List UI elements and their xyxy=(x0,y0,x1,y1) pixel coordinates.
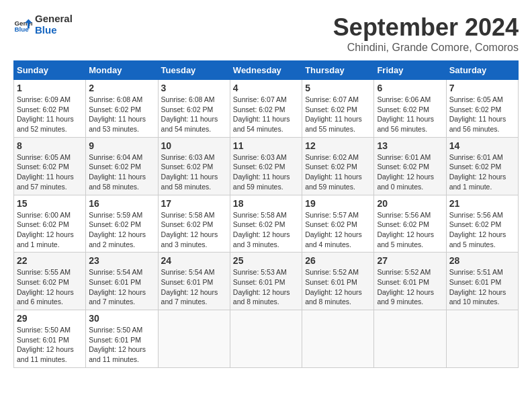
calendar-day-cell: 24Sunrise: 5:54 AM Sunset: 6:01 PM Dayli… xyxy=(158,253,230,310)
day-info: Sunrise: 6:03 AM Sunset: 6:02 PM Dayligh… xyxy=(161,152,227,192)
day-number: 24 xyxy=(161,255,227,266)
day-number: 19 xyxy=(305,198,371,209)
day-info: Sunrise: 5:52 AM Sunset: 6:01 PM Dayligh… xyxy=(305,267,371,307)
page-header: General Blue General Blue September 2024… xyxy=(13,13,519,54)
calendar-week-row: 1Sunrise: 6:09 AM Sunset: 6:02 PM Daylig… xyxy=(14,80,519,138)
logo-icon: General Blue xyxy=(13,15,32,34)
day-info: Sunrise: 5:53 AM Sunset: 6:01 PM Dayligh… xyxy=(233,267,299,307)
day-info: Sunrise: 6:08 AM Sunset: 6:02 PM Dayligh… xyxy=(161,95,227,134)
day-info: Sunrise: 6:05 AM Sunset: 6:02 PM Dayligh… xyxy=(449,95,515,134)
calendar-day-cell xyxy=(302,310,374,368)
day-number: 2 xyxy=(89,83,154,93)
calendar-day-cell xyxy=(158,310,230,368)
day-info: Sunrise: 6:03 AM Sunset: 6:02 PM Dayligh… xyxy=(233,152,299,192)
calendar-body: 1Sunrise: 6:09 AM Sunset: 6:02 PM Daylig… xyxy=(14,80,519,368)
day-number: 13 xyxy=(377,140,443,151)
month-title: September 2024 xyxy=(333,13,519,42)
calendar-day-cell: 30Sunrise: 5:50 AM Sunset: 6:01 PM Dayli… xyxy=(86,310,158,368)
weekday-header-cell: Sunday xyxy=(14,61,86,80)
day-info: Sunrise: 6:07 AM Sunset: 6:02 PM Dayligh… xyxy=(305,95,371,134)
day-number: 11 xyxy=(233,140,299,151)
day-number: 12 xyxy=(305,140,371,151)
calendar-day-cell: 10Sunrise: 6:03 AM Sunset: 6:02 PM Dayli… xyxy=(158,137,230,195)
calendar-day-cell: 7Sunrise: 6:05 AM Sunset: 6:02 PM Daylig… xyxy=(446,80,518,138)
day-number: 9 xyxy=(89,140,154,151)
day-info: Sunrise: 6:09 AM Sunset: 6:02 PM Dayligh… xyxy=(17,95,83,134)
day-info: Sunrise: 5:55 AM Sunset: 6:02 PM Dayligh… xyxy=(17,267,83,307)
day-info: Sunrise: 5:54 AM Sunset: 6:01 PM Dayligh… xyxy=(89,267,154,307)
calendar-day-cell: 19Sunrise: 5:57 AM Sunset: 6:02 PM Dayli… xyxy=(302,195,374,253)
weekday-header-cell: Thursday xyxy=(302,61,374,80)
day-info: Sunrise: 5:50 AM Sunset: 6:01 PM Dayligh… xyxy=(17,325,83,365)
day-number: 28 xyxy=(449,255,515,266)
day-number: 17 xyxy=(161,198,227,209)
day-info: Sunrise: 5:56 AM Sunset: 6:02 PM Dayligh… xyxy=(449,210,515,250)
svg-text:Blue: Blue xyxy=(14,25,29,32)
weekday-header-row: SundayMondayTuesdayWednesdayThursdayFrid… xyxy=(14,61,519,80)
day-info: Sunrise: 5:57 AM Sunset: 6:02 PM Dayligh… xyxy=(305,210,371,250)
calendar-day-cell: 25Sunrise: 5:53 AM Sunset: 6:01 PM Dayli… xyxy=(230,253,302,310)
day-info: Sunrise: 6:01 AM Sunset: 6:02 PM Dayligh… xyxy=(377,152,443,192)
calendar-day-cell: 29Sunrise: 5:50 AM Sunset: 6:01 PM Dayli… xyxy=(14,310,86,368)
day-number: 16 xyxy=(89,198,154,209)
day-info: Sunrise: 5:50 AM Sunset: 6:01 PM Dayligh… xyxy=(89,325,154,365)
calendar-day-cell: 15Sunrise: 6:00 AM Sunset: 6:02 PM Dayli… xyxy=(14,195,86,253)
logo: General Blue General Blue xyxy=(13,13,73,36)
calendar-day-cell: 4Sunrise: 6:07 AM Sunset: 6:02 PM Daylig… xyxy=(230,80,302,138)
calendar-day-cell: 3Sunrise: 6:08 AM Sunset: 6:02 PM Daylig… xyxy=(158,80,230,138)
day-info: Sunrise: 5:54 AM Sunset: 6:01 PM Dayligh… xyxy=(161,267,227,307)
calendar-day-cell: 14Sunrise: 6:01 AM Sunset: 6:02 PM Dayli… xyxy=(446,137,518,195)
calendar-day-cell: 22Sunrise: 5:55 AM Sunset: 6:02 PM Dayli… xyxy=(14,253,86,310)
day-number: 26 xyxy=(305,255,371,266)
location-title: Chindini, Grande Comore, Comoros xyxy=(333,42,519,54)
day-number: 10 xyxy=(161,140,227,151)
logo-blue-text: Blue xyxy=(35,25,73,36)
calendar-day-cell: 2Sunrise: 6:08 AM Sunset: 6:02 PM Daylig… xyxy=(86,80,158,138)
weekday-header-cell: Monday xyxy=(86,61,158,80)
day-info: Sunrise: 5:58 AM Sunset: 6:02 PM Dayligh… xyxy=(161,210,227,250)
calendar-day-cell: 11Sunrise: 6:03 AM Sunset: 6:02 PM Dayli… xyxy=(230,137,302,195)
calendar-day-cell: 5Sunrise: 6:07 AM Sunset: 6:02 PM Daylig… xyxy=(302,80,374,138)
weekday-header-cell: Wednesday xyxy=(230,61,302,80)
day-number: 3 xyxy=(161,83,227,93)
weekday-header-cell: Friday xyxy=(374,61,446,80)
day-info: Sunrise: 5:52 AM Sunset: 6:01 PM Dayligh… xyxy=(377,267,443,307)
calendar-day-cell: 8Sunrise: 6:05 AM Sunset: 6:02 PM Daylig… xyxy=(14,137,86,195)
day-info: Sunrise: 6:00 AM Sunset: 6:02 PM Dayligh… xyxy=(17,210,83,250)
calendar-week-row: 8Sunrise: 6:05 AM Sunset: 6:02 PM Daylig… xyxy=(14,137,519,195)
calendar-day-cell: 17Sunrise: 5:58 AM Sunset: 6:02 PM Dayli… xyxy=(158,195,230,253)
calendar-day-cell xyxy=(230,310,302,368)
day-number: 21 xyxy=(449,198,515,209)
day-number: 18 xyxy=(233,198,299,209)
day-number: 8 xyxy=(17,140,83,151)
weekday-header-cell: Saturday xyxy=(446,61,518,80)
day-number: 7 xyxy=(449,83,515,93)
weekday-header-cell: Tuesday xyxy=(158,61,230,80)
calendar-day-cell: 28Sunrise: 5:51 AM Sunset: 6:01 PM Dayli… xyxy=(446,253,518,310)
day-info: Sunrise: 6:08 AM Sunset: 6:02 PM Dayligh… xyxy=(89,95,154,134)
calendar-day-cell: 18Sunrise: 5:58 AM Sunset: 6:02 PM Dayli… xyxy=(230,195,302,253)
day-info: Sunrise: 6:07 AM Sunset: 6:02 PM Dayligh… xyxy=(233,95,299,134)
day-number: 30 xyxy=(89,313,154,324)
day-number: 4 xyxy=(233,83,299,93)
day-number: 5 xyxy=(305,83,371,93)
calendar-week-row: 29Sunrise: 5:50 AM Sunset: 6:01 PM Dayli… xyxy=(14,310,519,368)
calendar-day-cell: 20Sunrise: 5:56 AM Sunset: 6:02 PM Dayli… xyxy=(374,195,446,253)
calendar-day-cell: 23Sunrise: 5:54 AM Sunset: 6:01 PM Dayli… xyxy=(86,253,158,310)
calendar-day-cell: 16Sunrise: 5:59 AM Sunset: 6:02 PM Dayli… xyxy=(86,195,158,253)
day-number: 15 xyxy=(17,198,83,209)
day-number: 14 xyxy=(449,140,515,151)
day-info: Sunrise: 6:02 AM Sunset: 6:02 PM Dayligh… xyxy=(305,152,371,192)
day-info: Sunrise: 5:59 AM Sunset: 6:02 PM Dayligh… xyxy=(89,210,154,250)
day-number: 29 xyxy=(17,313,83,324)
calendar-day-cell: 13Sunrise: 6:01 AM Sunset: 6:02 PM Dayli… xyxy=(374,137,446,195)
day-info: Sunrise: 6:06 AM Sunset: 6:02 PM Dayligh… xyxy=(377,95,443,134)
day-info: Sunrise: 5:56 AM Sunset: 6:02 PM Dayligh… xyxy=(377,210,443,250)
calendar-day-cell: 26Sunrise: 5:52 AM Sunset: 6:01 PM Dayli… xyxy=(302,253,374,310)
day-info: Sunrise: 6:04 AM Sunset: 6:02 PM Dayligh… xyxy=(89,152,154,192)
calendar-table: SundayMondayTuesdayWednesdayThursdayFrid… xyxy=(13,60,519,368)
calendar-day-cell: 12Sunrise: 6:02 AM Sunset: 6:02 PM Dayli… xyxy=(302,137,374,195)
day-info: Sunrise: 6:01 AM Sunset: 6:02 PM Dayligh… xyxy=(449,152,515,192)
day-info: Sunrise: 5:58 AM Sunset: 6:02 PM Dayligh… xyxy=(233,210,299,250)
calendar-day-cell xyxy=(446,310,518,368)
